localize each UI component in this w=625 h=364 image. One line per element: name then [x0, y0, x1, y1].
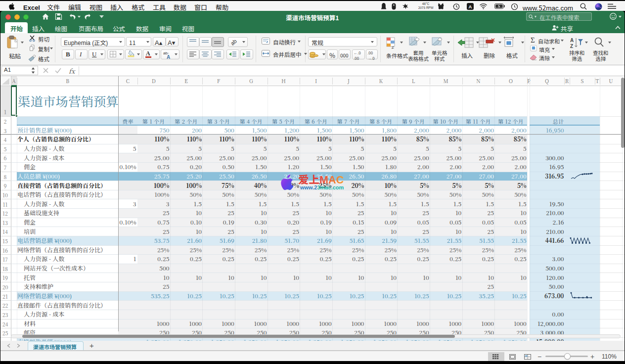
- svg-text:Z: Z: [570, 42, 573, 49]
- svg-text:A: A: [469, 4, 472, 9]
- svg-text:≠: ≠: [392, 44, 394, 50]
